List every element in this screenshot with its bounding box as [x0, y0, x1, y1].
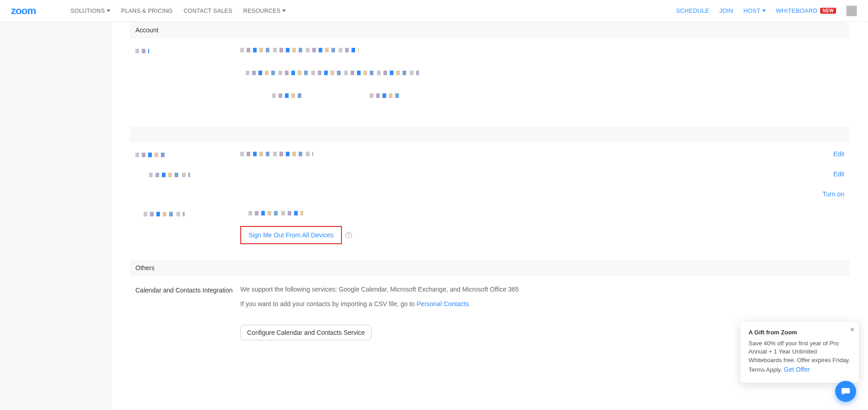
nav-whiteboard-label: WHITEBOARD — [776, 7, 817, 14]
logo[interactable]: zoom — [11, 5, 58, 16]
nav-left: SOLUTIONS PLANS & PRICING CONTACT SALES … — [71, 8, 286, 14]
account-row-1 — [135, 46, 844, 99]
nav-join[interactable]: JOIN — [719, 7, 734, 14]
top-nav: zoom SOLUTIONS PLANS & PRICING CONTACT S… — [0, 0, 868, 22]
sign-out-all-devices-highlight: Sign Me Out From All Devices — [240, 226, 342, 244]
zoom-logo-icon: zoom — [11, 5, 58, 16]
signin-row-signout: Sign Me Out From All Devices ? — [135, 226, 844, 244]
promo-cta-link[interactable]: Get Offer — [784, 366, 810, 373]
section-account-body — [130, 38, 850, 127]
personal-contacts-link[interactable]: Personal Contacts — [417, 300, 469, 308]
calendar-desc-line2: If you want to add your contacts by impo… — [240, 299, 753, 309]
calendar-desc-line2-prefix: If you want to add your contacts by impo… — [240, 300, 417, 308]
chevron-down-icon — [762, 10, 766, 12]
redacted-label — [144, 212, 185, 216]
sign-out-all-devices-button[interactable]: Sign Me Out From All Devices — [248, 231, 334, 239]
new-badge: NEW — [820, 8, 836, 14]
section-account-header: Account — [130, 22, 850, 38]
signin-row-linked — [135, 210, 844, 218]
section-signin-body: Edit Edit Turn on — [130, 142, 850, 260]
avatar[interactable] — [846, 5, 857, 16]
redacted-value — [246, 71, 419, 75]
redacted-label — [135, 153, 167, 157]
nav-contact-sales[interactable]: CONTACT SALES — [184, 8, 232, 14]
svg-text:zoom: zoom — [11, 5, 36, 16]
promo-popup: × A Gift from Zoom Save 40% off your fir… — [740, 322, 859, 383]
close-icon[interactable]: × — [850, 326, 854, 333]
nav-resources[interactable]: RESOURCES — [243, 8, 286, 14]
others-row-calendar: Calendar and Contacts Integration We sup… — [135, 284, 844, 340]
sidebar — [0, 22, 112, 410]
redacted-value — [248, 211, 303, 215]
chevron-down-icon — [107, 10, 110, 12]
redacted-value — [370, 93, 402, 98]
promo-body: Save 40% off your first year of Pro Annu… — [749, 339, 851, 374]
signin-row-password: Edit — [135, 170, 844, 179]
nav-host[interactable]: HOST — [744, 7, 766, 14]
calendar-integration-label: Calendar and Contacts Integration — [135, 287, 232, 294]
help-icon[interactable]: ? — [346, 232, 352, 238]
section-others-header: Others — [130, 260, 850, 276]
nav-solutions[interactable]: SOLUTIONS — [71, 8, 110, 14]
calendar-desc-line2-suffix: . — [469, 300, 470, 308]
chevron-down-icon — [282, 10, 286, 12]
edit-link[interactable]: Edit — [833, 150, 844, 158]
configure-calendar-button[interactable]: Configure Calendar and Contacts Service — [240, 325, 372, 340]
nav-right: SCHEDULE JOIN HOST WHITEBOARD NEW — [676, 5, 857, 16]
edit-link[interactable]: Edit — [833, 170, 844, 178]
nav-host-label: HOST — [744, 7, 760, 14]
promo-title: A Gift from Zoom — [749, 329, 851, 336]
redacted-label — [149, 173, 190, 177]
section-account: Account — [130, 22, 850, 127]
redacted-value — [272, 93, 304, 98]
redacted-label — [135, 49, 149, 53]
chat-icon — [841, 386, 851, 396]
nav-whiteboard[interactable]: WHITEBOARD NEW — [776, 7, 836, 14]
nav-resources-label: RESOURCES — [243, 8, 281, 14]
signin-row-2fa: Turn on — [135, 190, 844, 198]
redacted-value — [240, 48, 359, 52]
nav-plans[interactable]: PLANS & PRICING — [121, 8, 173, 14]
nav-schedule[interactable]: SCHEDULE — [676, 7, 709, 14]
chat-fab[interactable] — [835, 381, 856, 402]
section-signin: Edit Edit Turn on — [130, 127, 850, 260]
nav-solutions-label: SOLUTIONS — [71, 8, 105, 14]
redacted-value — [240, 152, 313, 156]
signin-row-email: Edit — [135, 150, 844, 159]
calendar-desc-line1: We support the following services: Googl… — [240, 284, 753, 294]
page: Account — [0, 22, 868, 410]
section-signin-header — [130, 127, 850, 142]
turn-on-link[interactable]: Turn on — [822, 190, 844, 198]
